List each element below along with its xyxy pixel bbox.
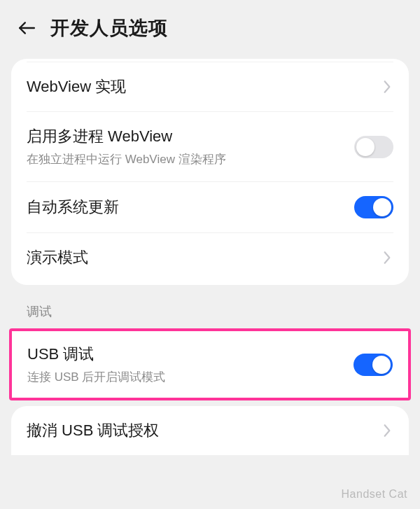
chevron-right-icon [381, 424, 393, 437]
toggle-knob [356, 138, 374, 156]
toggle-knob [373, 198, 391, 216]
row-label: WebView 实现 [27, 76, 381, 97]
section-header-debug: 调试 [0, 285, 420, 328]
row-subtitle: 在独立进程中运行 WebView 渲染程序 [27, 151, 354, 167]
back-icon[interactable] [17, 18, 36, 38]
row-label: 演示模式 [27, 247, 381, 268]
highlight-usb-debugging: USB 调试 连接 USB 后开启调试模式 [9, 328, 411, 400]
row-revoke-usb-auth[interactable]: 撤消 USB 调试授权 [11, 406, 409, 455]
chevron-right-icon [381, 81, 393, 93]
row-multiprocess-webview[interactable]: 启用多进程 WebView 在独立进程中运行 WebView 渲染程序 [11, 112, 409, 181]
toggle-auto-system-update[interactable] [354, 196, 393, 218]
row-label: 自动系统更新 [27, 197, 354, 218]
settings-group-debug-cont: 撤消 USB 调试授权 [11, 406, 409, 455]
row-label: 启用多进程 WebView [27, 126, 354, 147]
row-auto-system-update[interactable]: 自动系统更新 [11, 182, 409, 232]
watermark: Handset Cat [342, 488, 407, 501]
toggle-multiprocess-webview[interactable] [354, 136, 393, 158]
row-webview-implementation[interactable]: WebView 实现 [11, 62, 409, 111]
row-label: USB 调试 [27, 344, 354, 365]
settings-group-general: WebView 实现 启用多进程 WebView 在独立进程中运行 WebVie… [11, 59, 409, 285]
page-title: 开发人员选项 [50, 15, 168, 41]
chevron-right-icon [381, 251, 393, 264]
row-demo-mode[interactable]: 演示模式 [11, 233, 409, 282]
toggle-knob [372, 356, 391, 374]
header-bar: 开发人员选项 [0, 0, 420, 53]
toggle-usb-debugging[interactable] [354, 354, 393, 376]
row-usb-debugging[interactable]: USB 调试 连接 USB 后开启调试模式 [12, 331, 408, 398]
row-label: 撤消 USB 调试授权 [27, 420, 381, 441]
row-subtitle: 连接 USB 后开启调试模式 [27, 369, 354, 385]
